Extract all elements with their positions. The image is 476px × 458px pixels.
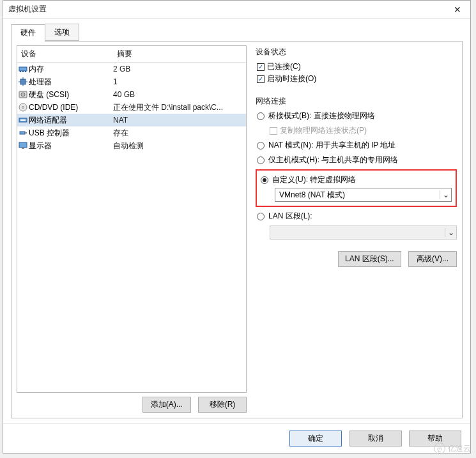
- custom-network-dropdown[interactable]: VMnet8 (NAT 模式) ⌄: [275, 188, 452, 202]
- memory-icon: [17, 65, 29, 73]
- table-row[interactable]: USB 控制器存在: [17, 126, 246, 139]
- lan-segment-radio[interactable]: LAN 区段(L):: [257, 211, 457, 222]
- replicate-label: 复制物理网络连接状态(P): [280, 125, 367, 136]
- lan-segments-button[interactable]: LAN 区段(S)...: [338, 251, 401, 267]
- cpu-icon: [17, 77, 29, 86]
- svg-rect-18: [22, 148, 24, 149]
- svg-rect-0: [19, 67, 27, 71]
- svg-rect-2: [22, 71, 24, 72]
- svg-rect-17: [19, 142, 27, 148]
- bridged-radio[interactable]: 桥接模式(B): 直接连接物理网络: [257, 111, 457, 121]
- device-name: 处理器: [29, 77, 113, 88]
- device-table: 设备 摘要 内存2 GB处理器1硬盘 (SCSI)40 GBCD/DVD (ID…: [17, 45, 247, 393]
- check-icon: ✓: [257, 63, 265, 71]
- table-row[interactable]: 显示器自动检测: [17, 139, 246, 152]
- display-icon: [17, 141, 29, 150]
- dialog-footer: 确定 取消 帮助: [3, 424, 470, 453]
- svg-rect-16: [25, 132, 27, 134]
- device-summary: 40 GB: [113, 90, 246, 99]
- radio-icon: [257, 142, 265, 149]
- net-icon: [17, 116, 29, 125]
- cloud-icon: ღ: [434, 443, 445, 454]
- device-name: USB 控制器: [29, 128, 113, 139]
- col-summary: 摘要: [113, 46, 246, 62]
- radio-icon: [261, 176, 268, 184]
- hostonly-radio[interactable]: 仅主机模式(H): 与主机共享的专用网络: [257, 155, 457, 165]
- nat-label: NAT 模式(N): 用于共享主机的 IP 地址: [268, 140, 395, 151]
- add-button[interactable]: 添加(A)...: [142, 397, 191, 413]
- chevron-down-icon: ⌄: [445, 228, 456, 237]
- titlebar: 虚拟机设置 ✕: [3, 1, 470, 19]
- lan-segment-dropdown: ⌄: [270, 225, 457, 240]
- right-buttons: LAN 区段(S)... 高级(V)...: [256, 251, 457, 267]
- col-device: 设备: [17, 46, 113, 62]
- tab-options[interactable]: 选项: [45, 24, 79, 41]
- radio-icon: [257, 213, 265, 220]
- lan-segment-label: LAN 区段(L):: [268, 211, 312, 222]
- connect-at-poweron-label: 启动时连接(O): [267, 73, 316, 84]
- device-summary: 正在使用文件 D:\install pack\C...: [113, 102, 246, 113]
- check-icon: ✓: [257, 75, 265, 83]
- custom-radio[interactable]: 自定义(U): 特定虚拟网络: [261, 174, 452, 185]
- table-row[interactable]: 网络适配器NAT: [17, 114, 246, 126]
- svg-point-10: [21, 93, 25, 96]
- connected-checkbox[interactable]: ✓ 已连接(C): [257, 61, 457, 72]
- watermark: ღ 亿速云: [434, 443, 471, 454]
- svg-rect-4: [20, 79, 26, 84]
- window-title: 虚拟机设置: [3, 4, 445, 15]
- table-row[interactable]: 内存2 GB: [17, 63, 246, 75]
- svg-rect-15: [20, 132, 25, 134]
- check-icon: [270, 127, 277, 135]
- device-summary: 1: [113, 77, 246, 86]
- custom-highlight: 自定义(U): 特定虚拟网络 VMnet8 (NAT 模式) ⌄: [256, 169, 457, 207]
- device-summary: NAT: [113, 116, 246, 125]
- disk-icon: [17, 90, 29, 99]
- radio-icon: [257, 156, 265, 164]
- svg-point-12: [22, 107, 24, 109]
- custom-network-value: VMnet8 (NAT 模式): [275, 190, 440, 201]
- usb-icon: [17, 128, 29, 137]
- radio-icon: [257, 112, 265, 120]
- device-name: CD/DVD (IDE): [29, 103, 113, 112]
- replicate-checkbox: 复制物理网络连接状态(P): [270, 125, 457, 136]
- svg-rect-1: [20, 71, 21, 72]
- table-row[interactable]: 处理器1: [17, 75, 246, 88]
- device-name: 网络适配器: [29, 115, 113, 126]
- network-connection-label: 网络连接: [256, 96, 457, 107]
- device-summary: 存在: [113, 128, 246, 139]
- watermark-text: 亿速云: [448, 443, 471, 454]
- connect-at-poweron-checkbox[interactable]: ✓ 启动时连接(O): [257, 73, 457, 84]
- table-row[interactable]: 硬盘 (SCSI)40 GB: [17, 88, 246, 101]
- tab-hardware[interactable]: 硬件: [11, 24, 45, 42]
- vm-settings-window: 虚拟机设置 ✕ 硬件 选项 设备 摘要 内存2 GB处理器1硬盘 (SCSI)4…: [3, 0, 471, 454]
- device-status-label: 设备状态: [256, 47, 457, 57]
- cd-icon: [17, 103, 29, 112]
- device-name: 显示器: [29, 141, 113, 151]
- tab-strip: 硬件 选项: [3, 19, 470, 41]
- custom-label: 自定义(U): 特定虚拟网络: [272, 174, 356, 185]
- svg-rect-3: [25, 71, 26, 72]
- chevron-down-icon: ⌄: [440, 190, 451, 199]
- nat-radio[interactable]: NAT 模式(N): 用于共享主机的 IP 地址: [257, 140, 457, 151]
- remove-button[interactable]: 移除(R): [198, 397, 247, 413]
- table-header: 设备 摘要: [17, 46, 246, 63]
- table-row[interactable]: CD/DVD (IDE)正在使用文件 D:\install pack\C...: [17, 101, 246, 114]
- close-icon[interactable]: ✕: [445, 4, 470, 15]
- device-summary: 自动检测: [113, 141, 246, 151]
- cancel-button[interactable]: 取消: [349, 431, 402, 447]
- device-summary: 2 GB: [113, 65, 246, 73]
- device-detail-pane: 设备状态 ✓ 已连接(C) ✓ 启动时连接(O) 网络连接 桥接模式(B): 直…: [256, 45, 457, 413]
- device-list-pane: 设备 摘要 内存2 GB处理器1硬盘 (SCSI)40 GBCD/DVD (ID…: [17, 45, 247, 413]
- hostonly-label: 仅主机模式(H): 与主机共享的专用网络: [268, 155, 398, 165]
- ok-button[interactable]: 确定: [289, 431, 342, 447]
- svg-rect-14: [20, 119, 26, 121]
- device-buttons: 添加(A)... 移除(R): [17, 393, 247, 413]
- bridged-label: 桥接模式(B): 直接连接物理网络: [268, 111, 375, 121]
- device-name: 内存: [29, 64, 113, 75]
- connected-label: 已连接(C): [267, 61, 301, 72]
- hardware-panel: 设备 摘要 内存2 GB处理器1硬盘 (SCSI)40 GBCD/DVD (ID…: [11, 41, 463, 418]
- advanced-button[interactable]: 高级(V)...: [408, 251, 457, 267]
- device-name: 硬盘 (SCSI): [29, 89, 113, 100]
